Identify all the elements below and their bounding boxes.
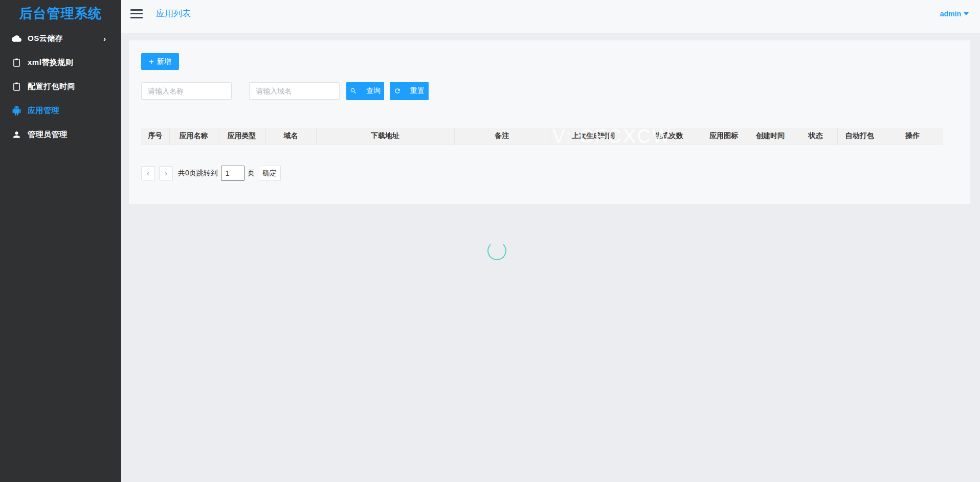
column-header: 状态 <box>794 128 837 145</box>
page-count-text: 共0页跳转到 <box>178 169 218 178</box>
table-header-row: 序号应用名称应用类型域名下载地址备注上次生成时间生成次数应用图标创建时间状态自动… <box>141 128 943 145</box>
app-title: 后台管理系统 <box>0 0 121 26</box>
add-button-label: 新增 <box>157 57 171 66</box>
sidebar-item-label: OS云储存 <box>28 34 63 43</box>
column-header: 自动打包 <box>837 128 882 145</box>
loading-spinner <box>487 241 506 260</box>
query-button-label: 查询 <box>366 86 381 96</box>
clipboard-icon <box>11 82 21 92</box>
column-header: 应用名称 <box>169 128 218 145</box>
caret-down-icon <box>964 12 969 15</box>
cloud-icon <box>11 34 21 44</box>
next-page-button[interactable]: › <box>159 166 173 180</box>
sidebar-item-label: 应用管理 <box>28 106 59 116</box>
sidebar-item-xml-replace-rules[interactable]: xml替换规则 <box>0 51 121 75</box>
sidebar-item-app-management[interactable]: 应用管理 <box>0 99 121 123</box>
column-header: 生成次数 <box>637 128 701 145</box>
sidebar: 后台管理系统 OS云储存›xml替换规则配置打包时间应用管理管理员管理 <box>0 0 121 482</box>
sidebar-item-label: xml替换规则 <box>28 58 73 67</box>
sidebar-menu: OS云储存›xml替换规则配置打包时间应用管理管理员管理 <box>0 26 121 147</box>
add-button[interactable]: + 新增 <box>141 53 179 70</box>
content-card: + 新增 查询 重置 <box>129 40 970 204</box>
clipboard-icon <box>11 58 21 68</box>
chevron-right-icon: › <box>103 34 106 43</box>
plus-icon: + <box>149 58 153 66</box>
column-header: 应用类型 <box>218 128 265 145</box>
column-header: 创建时间 <box>747 128 794 145</box>
sidebar-item-admin-management[interactable]: 管理员管理 <box>0 123 121 147</box>
pagination: ‹ › 共0页跳转到 页 确定 <box>141 166 958 181</box>
sidebar-item-package-time-config[interactable]: 配置打包时间 <box>0 75 121 99</box>
menu-toggle-icon[interactable] <box>130 9 143 18</box>
column-header: 下载地址 <box>316 128 454 145</box>
confirm-page-button[interactable]: 确定 <box>259 166 281 181</box>
column-header: 操作 <box>882 128 943 145</box>
sidebar-item-label: 配置打包时间 <box>28 82 75 91</box>
search-toolbar: 查询 重置 <box>141 82 958 100</box>
sidebar-item-os-cloud-storage[interactable]: OS云储存› <box>0 27 121 51</box>
column-header: 应用图标 <box>701 128 747 145</box>
reset-button-label: 重置 <box>410 86 425 96</box>
page-unit-label: 页 <box>248 169 255 178</box>
page-number-input[interactable] <box>221 166 244 181</box>
column-header: 上次生成时间 <box>550 128 637 145</box>
main-content: + 新增 查询 重置 <box>121 33 980 482</box>
sidebar-item-label: 管理员管理 <box>28 130 68 140</box>
apps-table: 序号应用名称应用类型域名下载地址备注上次生成时间生成次数应用图标创建时间状态自动… <box>141 128 943 145</box>
username: admin <box>940 10 961 18</box>
column-header: 备注 <box>454 128 550 145</box>
user-icon <box>11 130 21 140</box>
refresh-icon <box>394 87 401 95</box>
android-icon <box>11 106 21 116</box>
domain-search-input[interactable] <box>249 82 340 100</box>
search-icon <box>350 87 357 95</box>
prev-page-button[interactable]: ‹ <box>141 166 155 180</box>
user-dropdown[interactable]: admin <box>940 10 969 18</box>
topbar: 应用列表 admin <box>121 0 980 33</box>
column-header: 域名 <box>265 128 316 145</box>
column-header: 序号 <box>141 128 169 145</box>
name-search-input[interactable] <box>141 82 232 100</box>
query-button[interactable]: 查询 <box>346 82 384 100</box>
reset-button[interactable]: 重置 <box>390 82 429 100</box>
page-title: 应用列表 <box>156 8 191 19</box>
